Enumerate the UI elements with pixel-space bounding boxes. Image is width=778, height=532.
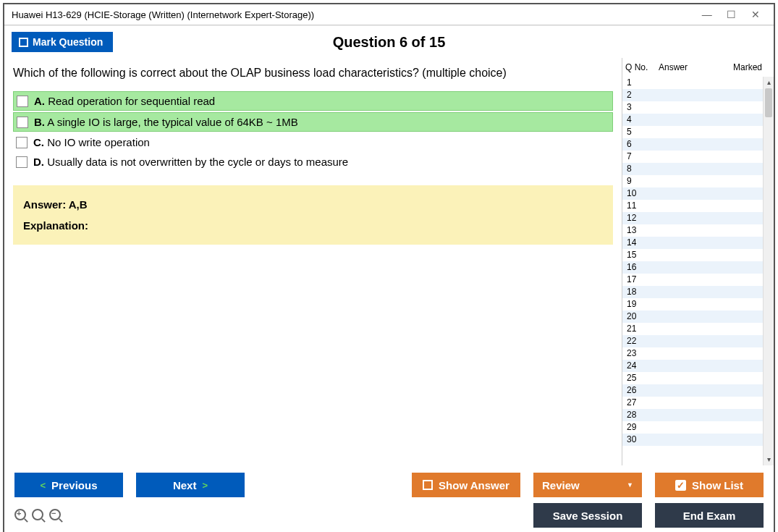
list-item[interactable]: 3 (622, 101, 774, 114)
option-label: B. A single IO is large, the typical val… (34, 116, 298, 128)
list-item[interactable]: 8 (622, 163, 774, 175)
zoom-out-icon[interactable]: − (49, 509, 62, 522)
list-item[interactable]: 12 (622, 212, 774, 224)
checkbox-icon (19, 38, 28, 47)
chevron-left-icon: < (41, 480, 46, 491)
list-item[interactable]: 10 (622, 187, 774, 200)
show-answer-button[interactable]: Show Answer (412, 473, 520, 497)
question-prompt: Which of the following is correct about … (13, 67, 613, 80)
question-list-header: Q No. Answer Marked (622, 58, 774, 77)
list-item[interactable]: 14 (622, 237, 774, 249)
checkbox[interactable] (17, 96, 28, 107)
list-item[interactable]: 19 (622, 298, 774, 311)
list-item[interactable]: 15 (622, 249, 774, 261)
window-title: Huawei H13-629 (HCIE-Storage (Written) (… (12, 9, 314, 20)
answer-box: Answer: A,B Explanation: (13, 185, 613, 245)
header-qno: Q No. (625, 62, 659, 72)
option-row[interactable]: A. Read operation for sequential read (13, 91, 613, 111)
check-icon: ✓ (675, 480, 686, 491)
list-item[interactable]: 17 (622, 274, 774, 286)
question-list-body: 1234567891011121314151617181920212223242… (622, 77, 774, 465)
list-item[interactable]: 4 (622, 114, 774, 126)
explanation-label: Explanation: (23, 219, 603, 232)
list-item[interactable]: 11 (622, 200, 774, 212)
checkbox-icon (423, 480, 433, 490)
list-item[interactable]: 20 (622, 311, 774, 323)
zoom-controls: + − (14, 509, 62, 522)
save-session-label: Save Session (553, 510, 623, 522)
bottom-bar-2: + − Save Session End Exam (4, 500, 774, 532)
list-item[interactable]: 13 (622, 224, 774, 237)
scrollbar[interactable]: ▴ ▾ (763, 77, 774, 465)
option-row[interactable]: C. No IO write operation (13, 133, 613, 151)
list-item[interactable]: 5 (622, 126, 774, 138)
show-list-label: Show List (692, 479, 743, 491)
titlebar: Huawei H13-629 (HCIE-Storage (Written) (… (4, 4, 774, 25)
list-item[interactable]: 21 (622, 323, 774, 335)
question-list-panel: Q No. Answer Marked 12345678910111213141… (622, 58, 774, 465)
maximize-icon[interactable]: ☐ (720, 9, 742, 20)
scroll-up-icon[interactable]: ▴ (764, 77, 774, 88)
list-item[interactable]: 22 (622, 335, 774, 347)
mark-question-button[interactable]: Mark Question (12, 32, 113, 52)
list-item[interactable]: 30 (622, 434, 774, 446)
list-item[interactable]: 25 (622, 372, 774, 384)
list-item[interactable]: 18 (622, 286, 774, 298)
zoom-reset-icon[interactable] (32, 509, 45, 522)
end-exam-button[interactable]: End Exam (655, 503, 764, 528)
header-marked: Marked (733, 62, 771, 72)
answer-line: Answer: A,B (23, 198, 603, 211)
option-row[interactable]: D. Usually data is not overwritten by th… (13, 153, 613, 171)
checkbox[interactable] (17, 117, 28, 128)
main-content: Which of the following is correct about … (4, 58, 622, 465)
list-item[interactable]: 7 (622, 151, 774, 163)
next-label: Next (173, 479, 197, 491)
body: Which of the following is correct about … (4, 58, 774, 465)
list-item[interactable]: 16 (622, 261, 774, 274)
save-session-button[interactable]: Save Session (533, 503, 642, 528)
window-controls: — ☐ ✕ (696, 9, 766, 20)
list-item[interactable]: 23 (622, 347, 774, 360)
question-counter: Question 6 of 15 (4, 34, 774, 51)
close-icon[interactable]: ✕ (745, 9, 766, 20)
option-label: D. Usually data is not overwritten by th… (33, 156, 348, 168)
dropdown-icon: ▼ (627, 481, 633, 489)
list-item[interactable]: 2 (622, 89, 774, 101)
bottom-bar-1: < Previous Next > Show Answer Review ▼ ✓… (4, 465, 774, 500)
checkbox[interactable] (16, 156, 28, 168)
zoom-in-icon[interactable]: + (14, 509, 28, 522)
show-answer-label: Show Answer (439, 479, 509, 491)
topbar: Mark Question Question 6 of 15 (4, 25, 774, 58)
window: Huawei H13-629 (HCIE-Storage (Written) (… (3, 3, 775, 532)
option-label: C. No IO write operation (33, 136, 150, 148)
mark-question-label: Mark Question (33, 36, 103, 48)
list-item[interactable]: 9 (622, 175, 774, 187)
end-exam-label: End Exam (683, 510, 736, 522)
previous-button[interactable]: < Previous (14, 473, 123, 497)
previous-label: Previous (51, 479, 97, 491)
review-button[interactable]: Review ▼ (533, 473, 642, 497)
option-row[interactable]: B. A single IO is large, the typical val… (13, 112, 613, 132)
review-label: Review (542, 479, 580, 491)
show-list-button[interactable]: ✓ Show List (655, 473, 764, 497)
checkbox[interactable] (16, 137, 28, 148)
options-list: A. Read operation for sequential readB. … (13, 91, 613, 171)
list-item[interactable]: 27 (622, 397, 774, 409)
option-label: A. Read operation for sequential read (34, 95, 215, 107)
list-item[interactable]: 1 (622, 77, 774, 89)
header-answer: Answer (659, 62, 733, 72)
list-item[interactable]: 26 (622, 384, 774, 397)
list-item[interactable]: 28 (622, 409, 774, 421)
scroll-thumb[interactable] (765, 88, 772, 117)
list-item[interactable]: 29 (622, 421, 774, 434)
next-button[interactable]: Next > (136, 473, 245, 497)
scroll-down-icon[interactable]: ▾ (764, 454, 774, 465)
list-item[interactable]: 6 (622, 138, 774, 151)
chevron-right-icon: > (202, 480, 208, 491)
list-item[interactable]: 24 (622, 360, 774, 372)
minimize-icon[interactable]: — (696, 9, 718, 20)
